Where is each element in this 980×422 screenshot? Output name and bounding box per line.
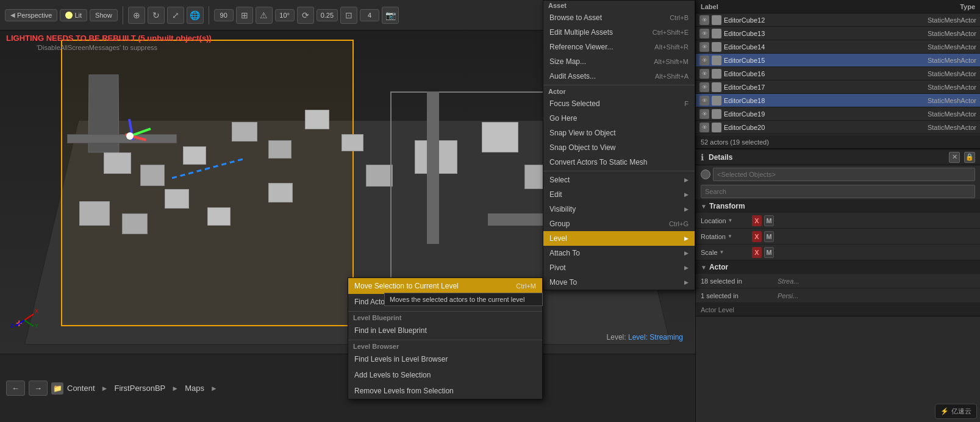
scale-row: Scale ▼ X M <box>696 245 980 260</box>
find-in-level-blueprint-label: Find in Level Blueprint <box>354 326 427 335</box>
visibility-toggle[interactable]: 👁 <box>699 15 709 25</box>
transform-title: Transform <box>709 202 745 210</box>
back-button[interactable]: ← <box>6 381 25 396</box>
actor-name: EditorCube16 <box>724 70 889 77</box>
convert-actors-item[interactable]: Convert Actors To Static Mesh <box>543 155 695 170</box>
add-levels-label: Add Levels to Selection <box>354 371 431 379</box>
svg-text:X: X <box>35 308 38 314</box>
show-button[interactable]: Show <box>90 9 118 21</box>
level-item[interactable]: Level ▶ <box>543 231 695 246</box>
grid-button[interactable]: ⊞ <box>236 7 253 24</box>
warning-button[interactable]: ⚠ <box>256 7 273 24</box>
attach-to-item[interactable]: Attach To ▶ <box>543 246 695 260</box>
visibility-toggle[interactable]: 👁 <box>699 82 709 92</box>
details-title: Details <box>709 153 946 162</box>
grid-size[interactable]: 90 <box>214 9 234 21</box>
location-x-btn[interactable]: X <box>752 215 762 226</box>
visibility-toggle[interactable]: 👁 <box>699 69 709 79</box>
transform-gizmo[interactable] <box>113 119 149 156</box>
translate-button[interactable]: ⊕ <box>128 7 145 24</box>
visibility-toggle[interactable]: 👁 <box>699 29 709 38</box>
details-close-button[interactable]: ✕ <box>949 152 960 163</box>
audit-assets-item[interactable]: Audit Assets... Alt+Shift+A <box>543 69 695 84</box>
actor-row[interactable]: 👁 EditorCube13 StaticMeshActor <box>696 27 980 40</box>
actor-row[interactable]: 👁 EditorCube19 StaticMeshActor <box>696 107 980 121</box>
object-circle-button[interactable] <box>701 170 710 179</box>
actor-row[interactable]: 👁 EditorCube15 StaticMeshActor <box>696 54 980 67</box>
reference-viewer-item[interactable]: Reference Viewer... Alt+Shift+R <box>543 40 695 54</box>
actor-row[interactable]: 👁 EditorCube20 StaticMeshActor <box>696 121 980 134</box>
attach-arrow: ▶ <box>684 250 689 256</box>
transform-section-header[interactable]: ▼ Transform <box>696 199 980 213</box>
breadcrumb-maps[interactable]: Maps <box>185 384 204 393</box>
browse-to-asset-item[interactable]: Browse to Asset Ctrl+B <box>543 10 695 25</box>
visibility-toggle[interactable]: 👁 <box>699 42 709 52</box>
remove-levels-item[interactable]: Remove Levels from Selection <box>348 383 542 399</box>
scale-label: Scale ▼ <box>701 249 749 256</box>
forward-button[interactable]: → <box>29 381 48 396</box>
search-input[interactable] <box>701 185 975 198</box>
scale-icon-btn[interactable]: ⊡ <box>340 7 357 24</box>
rotation-m-btn[interactable]: M <box>764 231 774 242</box>
visibility-toggle[interactable]: 👁 <box>699 55 709 65</box>
svg-text:Z: Z <box>10 323 14 329</box>
size-map-item[interactable]: Size Map... Alt+Shift+M <box>543 54 695 69</box>
scale-m-btn[interactable]: M <box>764 247 774 258</box>
world-button[interactable]: 🌐 <box>187 7 204 24</box>
breadcrumb-firstpersonbp[interactable]: FirstPersonBP <box>114 384 165 393</box>
level-indicator: Level: Level: Streaming <box>607 333 683 342</box>
scale-button[interactable]: ⤢ <box>167 7 184 24</box>
actor-row[interactable]: 👁 EditorCube12 StaticMeshActor <box>696 13 980 27</box>
find-levels-item[interactable]: Find Levels in Level Browser <box>348 351 542 367</box>
actor-row[interactable]: 👁 EditorCube17 StaticMeshActor <box>696 80 980 94</box>
group-item[interactable]: Group Ctrl+G <box>543 216 695 231</box>
actor-name: EditorCube19 <box>724 110 889 118</box>
pivot-item[interactable]: Pivot ▶ <box>543 260 695 275</box>
actor-row[interactable]: 👁 EditorCube14 StaticMeshActor <box>696 40 980 54</box>
snap-object-label: Snap Object to View <box>549 143 616 152</box>
visibility-item[interactable]: Visibility ▶ <box>543 202 695 216</box>
edit-label: Edit <box>549 190 562 199</box>
perspective-button[interactable]: ◀ Perspective <box>5 9 57 21</box>
snap-view-label: Snap View to Object <box>549 129 616 137</box>
breadcrumb-arrow-1: ► <box>101 384 109 393</box>
go-here-item[interactable]: Go Here <box>543 111 695 126</box>
lit-label: Lit <box>74 12 82 19</box>
add-levels-item[interactable]: Add Levels to Selection <box>348 367 542 383</box>
rotation-snap[interactable]: 10° <box>275 9 295 21</box>
edit-multiple-assets-item[interactable]: Edit Multiple Assets Ctrl+Shift+E <box>543 25 695 40</box>
visibility-toggle[interactable]: 👁 <box>699 96 709 106</box>
rotation-x-btn[interactable]: X <box>752 231 762 242</box>
attach-to-label: Attach To <box>549 249 580 257</box>
focus-selected-item[interactable]: Focus Selected F <box>543 96 695 111</box>
visibility-toggle[interactable]: 👁 <box>699 109 709 119</box>
select-item[interactable]: Select ▶ <box>543 173 695 187</box>
actor-row[interactable]: 👁 EditorCube16 StaticMeshActor <box>696 67 980 80</box>
scale-snap[interactable]: 0.25 <box>317 9 338 21</box>
rotate-button[interactable]: ↻ <box>148 7 165 24</box>
rotation-button[interactable]: ⟳ <box>297 7 314 24</box>
move-to-item[interactable]: Move To ▶ <box>543 275 695 290</box>
actor-list[interactable]: 👁 EditorCube12 StaticMeshActor 👁 EditorC… <box>696 13 980 135</box>
camera-speed[interactable]: 4 <box>360 9 379 21</box>
visibility-toggle[interactable]: 👁 <box>699 123 709 132</box>
actor-section-header[interactable]: ▼ Actor <box>696 260 980 274</box>
lit-button[interactable]: Lit <box>60 9 87 21</box>
actor-level-label: Actor Level <box>701 306 734 313</box>
location-m-btn[interactable]: M <box>764 215 774 226</box>
scale-x-btn[interactable]: X <box>752 247 762 258</box>
actor-row[interactable]: 👁 EditorCube18 StaticMeshActor <box>696 94 980 107</box>
move-selection-label: Move Selection to Current Level <box>354 282 459 290</box>
breadcrumb-content[interactable]: Content <box>67 384 95 393</box>
snap-object-to-view-item[interactable]: Snap Object to View <box>543 140 695 155</box>
selected-objects-input[interactable] <box>713 168 975 181</box>
snap-view-to-object-item[interactable]: Snap View to Object <box>543 126 695 140</box>
level-browser-label: Level Browser <box>348 342 542 351</box>
edit-item[interactable]: Edit ▶ <box>543 187 695 202</box>
transform-arrow: ▼ <box>701 203 707 210</box>
move-selection-item[interactable]: Move Selection to Current Level Ctrl+M <box>348 278 542 294</box>
convert-actors-label: Convert Actors To Static Mesh <box>549 158 648 166</box>
find-in-level-blueprint-item[interactable]: Find in Level Blueprint <box>348 323 542 338</box>
details-lock-button[interactable]: 🔒 <box>964 152 975 163</box>
camera-button[interactable]: 📷 <box>382 7 399 24</box>
